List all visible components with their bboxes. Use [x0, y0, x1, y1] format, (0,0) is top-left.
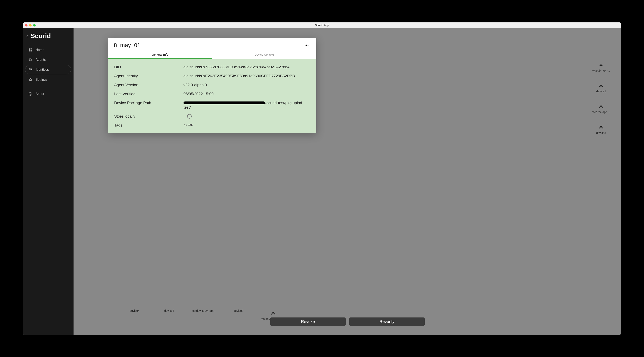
- window-title: Scurid App: [315, 24, 329, 27]
- tab-general-info[interactable]: General Info: [108, 51, 212, 59]
- svg-rect-0: [29, 48, 30, 50]
- identity-label: device2: [234, 309, 244, 312]
- row-device-package-path: Device Package Path /scurid-test/pkg upl…: [114, 101, 310, 110]
- row-tags: Tags No tags: [114, 123, 310, 128]
- value-agent-identity: did:scurid:0xE263E235490f5b9F80a91a9690C…: [184, 74, 310, 78]
- identity-label: device4: [164, 309, 174, 312]
- modal-body: DID did:scurid:0x7385d76338fD03c76ca3e26…: [108, 59, 316, 133]
- label-last-verified: Last Verified: [114, 92, 184, 96]
- identity-label: vice-24-apr-...: [592, 69, 610, 72]
- chip-icon: [28, 58, 32, 62]
- dashboard-icon: [28, 48, 32, 52]
- modal-header: 8_may_01 •••: [108, 38, 316, 51]
- sidebar-item-label: About: [36, 92, 44, 96]
- svg-rect-3: [29, 50, 30, 51]
- revoke-button[interactable]: Revoke: [270, 317, 346, 326]
- value-store-locally: [184, 114, 310, 119]
- app-window: Scurid App ‹ Scurid Home Agents: [22, 23, 622, 335]
- maximize-window-button[interactable]: [33, 24, 36, 27]
- value-last-verified: 08/05/2022 15:00: [184, 92, 310, 96]
- sidebar: ‹ Scurid Home Agents: [22, 28, 74, 335]
- value-agent-version: v22.0-alpha.0: [184, 83, 310, 87]
- identity-label: testdevice-24-apr-...: [192, 309, 216, 312]
- identity-item[interactable]: vice-24-apr-...: [589, 102, 613, 114]
- titlebar: Scurid App: [22, 23, 622, 28]
- sidebar-item-label: Home: [36, 48, 44, 52]
- modal-tabs: General Info Device Context: [108, 51, 316, 59]
- tab-device-context[interactable]: Device Context: [212, 51, 316, 59]
- sidebar-item-settings[interactable]: Settings: [25, 75, 71, 84]
- sidebar-item-label: Settings: [36, 78, 48, 82]
- value-device-package-path: /scurid-test/pkg uplod test/: [184, 101, 310, 110]
- identity-item[interactable]: device4: [122, 309, 147, 320]
- more-options-icon[interactable]: •••: [303, 42, 310, 48]
- info-icon: [28, 92, 32, 96]
- action-row: Revoke Reverify: [270, 314, 425, 326]
- identity-label: device4: [130, 309, 140, 312]
- row-store-locally: Store locally: [114, 114, 310, 119]
- sidebar-item-label: Agents: [36, 58, 46, 62]
- identity-item[interactable]: device1: [589, 82, 613, 93]
- store-locally-radio[interactable]: [187, 114, 192, 119]
- identity-item[interactable]: device4: [157, 309, 182, 320]
- main-area: vice-24-apr-... device1 vice-24-apr-... …: [74, 28, 622, 335]
- label-device-package-path: Device Package Path: [114, 101, 184, 105]
- value-did: did:scurid:0x7385d76338fD03c76ca3e26c870…: [184, 65, 310, 69]
- identity-item[interactable]: device8: [589, 123, 613, 135]
- sidebar-item-label: Identities: [36, 68, 49, 72]
- label-store-locally: Store locally: [114, 114, 184, 119]
- redacted-path-segment: [184, 102, 265, 104]
- sidebar-item-agents[interactable]: Agents: [25, 55, 71, 64]
- gear-icon: [28, 78, 32, 82]
- identity-item[interactable]: vice-24-apr-...: [589, 61, 613, 72]
- brand-row: ‹ Scurid: [22, 32, 74, 46]
- identity-label: device8: [596, 131, 606, 135]
- brand-name: Scurid: [30, 32, 51, 40]
- app-body: ‹ Scurid Home Agents: [22, 28, 622, 335]
- nav-list: Home Agents Identities: [22, 46, 74, 98]
- back-chevron-icon[interactable]: ‹: [26, 33, 28, 39]
- label-agent-version: Agent Version: [114, 83, 184, 87]
- modal-title: 8_may_01: [114, 42, 140, 49]
- identity-item[interactable]: testdevice-24-apr-...: [192, 309, 216, 320]
- identity-item[interactable]: device2: [226, 309, 251, 320]
- sidebar-item-about[interactable]: About: [25, 90, 71, 98]
- row-last-verified: Last Verified 08/05/2022 15:00: [114, 92, 310, 96]
- label-did: DID: [114, 65, 184, 69]
- fingerprint-icon: [28, 68, 32, 72]
- svg-rect-1: [30, 48, 32, 49]
- row-did: DID did:scurid:0x7385d76338fD03c76ca3e26…: [114, 65, 310, 69]
- identity-label: vice-24-apr-...: [592, 110, 610, 114]
- close-window-button[interactable]: [25, 24, 28, 27]
- svg-rect-4: [29, 59, 31, 61]
- sidebar-item-identities[interactable]: Identities: [25, 65, 71, 74]
- minimize-window-button[interactable]: [29, 24, 32, 27]
- label-agent-identity: Agent Identity: [114, 74, 184, 78]
- traffic-lights: [25, 24, 36, 27]
- row-agent-version: Agent Version v22.0-alpha.0: [114, 83, 310, 87]
- identity-detail-modal: 8_may_01 ••• General Info Device Context…: [108, 38, 316, 133]
- row-agent-identity: Agent Identity did:scurid:0xE263E235490f…: [114, 74, 310, 78]
- value-tags: No tags: [184, 123, 310, 126]
- label-tags: Tags: [114, 123, 184, 128]
- sidebar-item-home[interactable]: Home: [25, 46, 71, 54]
- identity-label: device1: [596, 90, 606, 93]
- reverify-button[interactable]: Reverify: [349, 317, 425, 326]
- svg-rect-2: [30, 50, 32, 51]
